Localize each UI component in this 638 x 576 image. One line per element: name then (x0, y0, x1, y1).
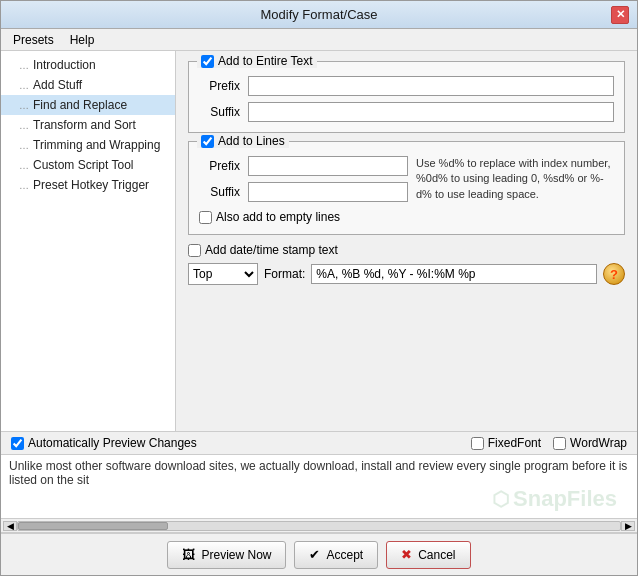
word-wrap-row: WordWrap (553, 436, 627, 450)
add-entire-text-checkbox[interactable] (201, 55, 214, 68)
also-add-checkbox[interactable] (199, 211, 212, 224)
lines-prefix-row: Prefix (199, 156, 408, 176)
datetime-checkbox[interactable] (188, 244, 201, 257)
lines-suffix-input[interactable] (248, 182, 408, 202)
auto-preview-checkbox[interactable] (11, 437, 24, 450)
title-bar: Modify Format/Case ✕ (1, 1, 637, 29)
entire-prefix-input[interactable] (248, 76, 614, 96)
fixed-font-label: FixedFont (488, 436, 541, 450)
add-to-lines-section: Add to Lines Prefix Suffix Use %d% to re (188, 141, 625, 235)
preview-icon: 🖼 (182, 547, 195, 562)
watermark-text: SnapFiles (513, 486, 617, 512)
sidebar-item-introduction[interactable]: Introduction (1, 55, 175, 75)
scrollbar-area: ◀ ▶ (1, 519, 637, 533)
cancel-icon: ✖ (401, 547, 412, 562)
preview-text: Unlike most other software download site… (9, 459, 627, 487)
sidebar-item-hotkey-trigger[interactable]: Preset Hotkey Trigger (1, 175, 175, 195)
h-scrollbar[interactable] (17, 521, 621, 531)
main-window: Modify Format/Case ✕ Presets Help Introd… (0, 0, 638, 576)
close-button[interactable]: ✕ (611, 6, 629, 24)
watermark-icon: ⬡ (492, 487, 509, 511)
sidebar-item-find-replace[interactable]: Find and Replace (1, 95, 175, 115)
sidebar-item-add-stuff[interactable]: Add Stuff (1, 75, 175, 95)
sidebar-item-transform-sort[interactable]: Transform and Sort (1, 115, 175, 135)
entire-prefix-row: Prefix (199, 76, 614, 96)
preview-area: Unlike most other software download site… (1, 454, 637, 519)
entire-suffix-input[interactable] (248, 102, 614, 122)
auto-preview-label: Automatically Preview Changes (28, 436, 197, 450)
window-title: Modify Format/Case (27, 7, 611, 22)
add-to-entire-text-section: Add to Entire Text Prefix Suffix (188, 61, 625, 133)
word-wrap-checkbox[interactable] (553, 437, 566, 450)
action-bar: 🖼 Preview Now ✔ Accept ✖ Cancel (1, 533, 637, 575)
content-area: Introduction Add Stuff Find and Replace … (1, 51, 637, 431)
datetime-label: Add date/time stamp text (205, 243, 338, 257)
also-add-row: Also add to empty lines (199, 210, 614, 224)
add-entire-text-label[interactable]: Add to Entire Text (197, 54, 317, 68)
lines-suffix-row: Suffix (199, 182, 408, 202)
sidebar: Introduction Add Stuff Find and Replace … (1, 51, 176, 431)
also-add-label: Also add to empty lines (216, 210, 340, 224)
menu-bar: Presets Help (1, 29, 637, 51)
lines-prefix-input[interactable] (248, 156, 408, 176)
menu-help[interactable]: Help (62, 31, 103, 49)
lines-prefix-label: Prefix (199, 159, 244, 173)
datetime-checkbox-row: Add date/time stamp text (188, 243, 625, 257)
cancel-button[interactable]: ✖ Cancel (386, 541, 470, 569)
entire-suffix-label: Suffix (199, 105, 244, 119)
format-input[interactable] (311, 264, 597, 284)
position-select[interactable]: Top Bottom (188, 263, 258, 285)
menu-presets[interactable]: Presets (5, 31, 62, 49)
datetime-format-row: Top Bottom Format: ? (188, 263, 625, 285)
watermark: ⬡ SnapFiles (492, 486, 617, 512)
sidebar-item-trim-wrap[interactable]: Trimming and Wrapping (1, 135, 175, 155)
accept-icon: ✔ (309, 547, 320, 562)
accept-button[interactable]: ✔ Accept (294, 541, 378, 569)
lines-left-col: Prefix Suffix (199, 150, 408, 202)
fixed-font-row: FixedFont (471, 436, 541, 450)
sidebar-item-custom-script[interactable]: Custom Script Tool (1, 155, 175, 175)
scroll-right-arrow[interactable]: ▶ (621, 521, 635, 531)
scrollbar-thumb[interactable] (18, 522, 168, 530)
preview-now-button[interactable]: 🖼 Preview Now (167, 541, 286, 569)
lines-columns: Prefix Suffix Use %d% to replace with in… (199, 150, 614, 202)
auto-preview-row: Automatically Preview Changes (11, 436, 459, 450)
format-label: Format: (264, 267, 305, 281)
fixed-font-checkbox[interactable] (471, 437, 484, 450)
lines-suffix-label: Suffix (199, 185, 244, 199)
bottom-options-bar: Automatically Preview Changes FixedFont … (1, 431, 637, 454)
add-to-lines-checkbox[interactable] (201, 135, 214, 148)
datetime-section: Add date/time stamp text Top Bottom Form… (188, 243, 625, 285)
entire-suffix-row: Suffix (199, 102, 614, 122)
add-to-lines-label[interactable]: Add to Lines (197, 134, 289, 148)
entire-prefix-label: Prefix (199, 79, 244, 93)
help-icon[interactable]: ? (603, 263, 625, 285)
main-panel: Add to Entire Text Prefix Suffix Add to … (176, 51, 637, 431)
lines-hint: Use %d% to replace with index number, %0… (416, 150, 614, 202)
scroll-left-arrow[interactable]: ◀ (3, 521, 17, 531)
word-wrap-label: WordWrap (570, 436, 627, 450)
